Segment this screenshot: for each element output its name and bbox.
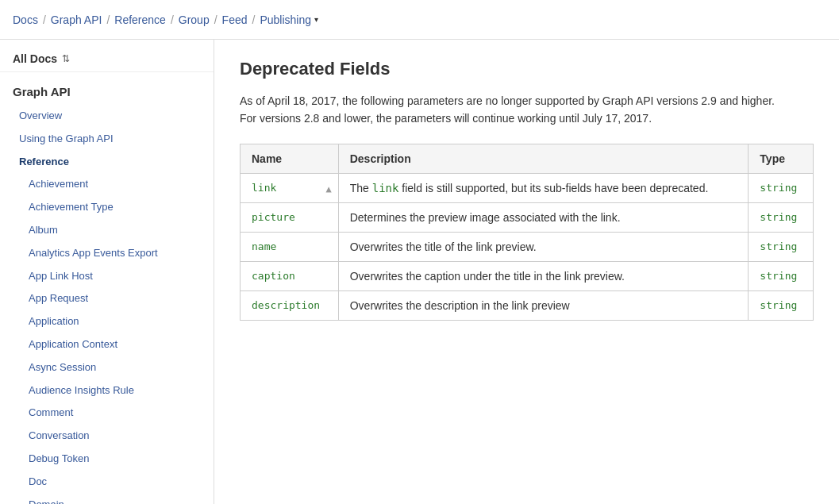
sidebar-section-title: Graph API <box>0 72 214 102</box>
sidebar-item-comment[interactable]: Comment <box>0 402 214 425</box>
breadcrumb-group[interactable]: Group <box>179 13 210 26</box>
sidebar-item-application-context[interactable]: Application Context <box>0 333 214 356</box>
sidebar-item-achievement-type[interactable]: Achievement Type <box>0 196 214 219</box>
field-type-caption: string <box>749 261 814 290</box>
field-description-name: Overwrites the title of the link preview… <box>338 232 749 261</box>
field-name-name: name <box>241 232 339 261</box>
breadcrumb-publishing-label: Publishing <box>260 13 311 26</box>
page-title: Deprecated Fields <box>240 59 814 79</box>
field-name-value: description <box>252 299 320 311</box>
sep-5: / <box>252 13 256 26</box>
sep-3: / <box>171 13 174 26</box>
field-description-description: Overwrites the description in the link p… <box>338 290 749 320</box>
all-docs-label: All Docs <box>13 52 57 65</box>
breadcrumb-reference[interactable]: Reference <box>114 13 166 26</box>
field-description-caption: Overwrites the caption under the title i… <box>338 261 749 290</box>
breadcrumb-bar: Docs / Graph API / Reference / Group / F… <box>0 0 839 40</box>
sidebar-item-app-link-host[interactable]: App Link Host <box>0 265 214 288</box>
sep-1: / <box>43 13 46 26</box>
table-row: caption Overwrites the caption under the… <box>241 261 814 290</box>
table-row: picture Determines the preview image ass… <box>241 202 814 232</box>
main-layout: All Docs ⇅ Graph API Overview Using the … <box>0 40 839 504</box>
field-description-picture: Determines the preview image associated … <box>338 202 749 232</box>
deprecated-fields-table: Name Description Type link ▲ The link fi… <box>240 144 814 321</box>
inline-code-link: link <box>372 182 399 194</box>
sidebar: All Docs ⇅ Graph API Overview Using the … <box>0 40 214 504</box>
breadcrumb-feed[interactable]: Feed <box>222 13 248 26</box>
main-content: Deprecated Fields As of April 18, 2017, … <box>214 40 839 504</box>
sidebar-item-album[interactable]: Album <box>0 219 214 242</box>
field-name-value: picture <box>252 211 295 223</box>
field-type-name: string <box>749 232 814 261</box>
sidebar-item-doc[interactable]: Doc <box>0 471 214 494</box>
sidebar-item-analytics[interactable]: Analytics App Events Export <box>0 242 214 265</box>
col-header-description: Description <box>338 144 749 173</box>
sidebar-item-app-request[interactable]: App Request <box>0 287 214 310</box>
sidebar-item-audience-insights-rule[interactable]: Audience Insights Rule <box>0 379 214 402</box>
field-name-value: name <box>252 240 276 252</box>
table-row: description Overwrites the description i… <box>241 290 814 320</box>
sidebar-item-overview[interactable]: Overview <box>0 105 214 128</box>
sep-2: / <box>106 13 110 26</box>
sidebar-item-using-graph-api[interactable]: Using the Graph API <box>0 128 214 151</box>
sidebar-item-domain[interactable]: Domain <box>0 494 214 504</box>
field-type-description: string <box>749 290 814 320</box>
intro-line-1: As of April 18, 2017, the following para… <box>240 94 775 107</box>
table-row: link ▲ The link field is still supported… <box>241 173 814 202</box>
field-name-value: caption <box>252 270 295 282</box>
field-description-link: The link field is still supported, but i… <box>338 173 749 202</box>
sidebar-item-debug-token[interactable]: Debug Token <box>0 448 214 471</box>
breadcrumb-graphapi[interactable]: Graph API <box>51 13 102 26</box>
field-type-link: string <box>749 173 814 202</box>
sidebar-item-conversation[interactable]: Conversation <box>0 425 214 448</box>
intro-line-2: For versions 2.8 and lower, the paramete… <box>240 112 652 125</box>
sidebar-item-async-session[interactable]: Async Session <box>0 356 214 379</box>
intro-paragraph: As of April 18, 2017, the following para… <box>240 92 795 128</box>
field-name-caption: caption <box>241 261 339 290</box>
field-name-link: link ▲ <box>241 173 339 202</box>
sep-4: / <box>214 13 217 26</box>
field-name-picture: picture <box>241 202 339 232</box>
breadcrumb-publishing-dropdown[interactable]: Publishing ▾ <box>260 13 318 26</box>
sidebar-item-reference[interactable]: Reference <box>0 151 214 174</box>
col-header-name: Name <box>241 144 339 173</box>
table-row: name Overwrites the title of the link pr… <box>241 232 814 261</box>
collapse-arrow-icon[interactable]: ▲ <box>325 183 331 194</box>
sidebar-top: All Docs ⇅ <box>0 40 214 72</box>
field-name-value: link <box>252 182 276 194</box>
breadcrumb-docs[interactable]: Docs <box>13 13 38 26</box>
field-name-description: description <box>241 290 339 320</box>
sidebar-item-achievement[interactable]: Achievement <box>0 173 214 196</box>
col-header-type: Type <box>749 144 814 173</box>
chevron-down-icon: ▾ <box>314 15 318 24</box>
sort-icon[interactable]: ⇅ <box>62 53 70 64</box>
field-type-picture: string <box>749 202 814 232</box>
sidebar-nav: Overview Using the Graph API Reference A… <box>0 102 214 504</box>
sidebar-item-application[interactable]: Application <box>0 310 214 333</box>
